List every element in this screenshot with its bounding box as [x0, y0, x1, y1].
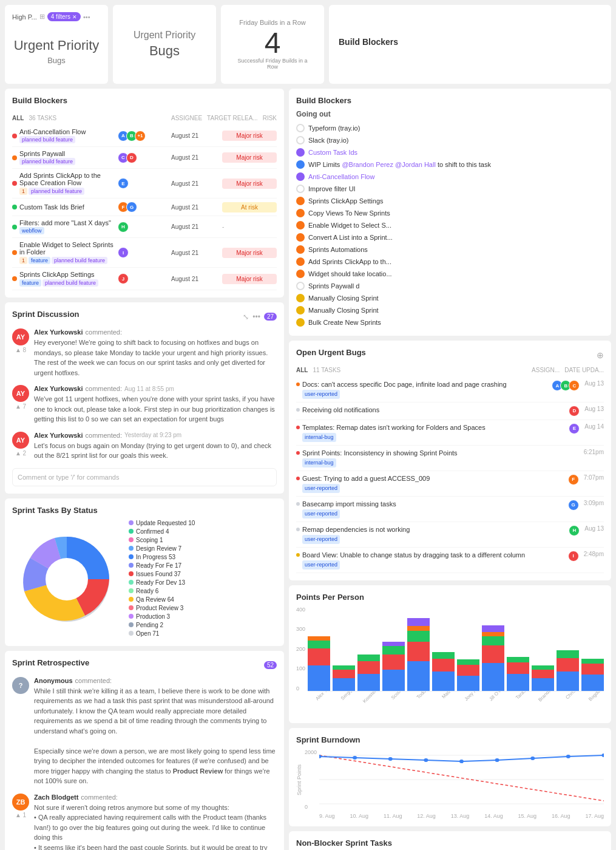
- task-tag: feature: [29, 257, 50, 264]
- bug-dot: [296, 426, 300, 429]
- card1-title: Urgent Priority: [14, 38, 100, 53]
- list-item[interactable]: Convert A List into a Sprint...: [296, 231, 604, 243]
- bug-dot: [296, 502, 300, 506]
- friday-builds-subtitle: Successful Friday Builds in a Row: [236, 58, 309, 70]
- list-item[interactable]: Add Sprints ClickApp to th...: [296, 256, 604, 268]
- svg-point-8: [388, 757, 393, 761]
- message-text: Let's focus on bugs again on Monday (try…: [34, 441, 277, 461]
- build-blockers-section: Build Blockers ALL 36 TASKS ASSIGNEE TAR…: [5, 89, 284, 298]
- bug-row[interactable]: Templates: Remap dates isn't working for…: [296, 420, 604, 446]
- expand-icon[interactable]: ⊞: [39, 13, 45, 21]
- list-item[interactable]: Improve filter UI: [296, 183, 604, 195]
- check-circle-orange: [296, 197, 305, 205]
- item-text: Typeform (tray.io): [308, 124, 360, 132]
- urgent-bugs-label: Bugs: [149, 43, 180, 59]
- target-date: August 21: [171, 204, 220, 211]
- target-date: August 21: [171, 276, 220, 282]
- bug-row[interactable]: Board View: Unable to change status by d…: [296, 548, 604, 573]
- item-text: Add Sprints ClickApp to th...: [308, 258, 391, 265]
- list-item[interactable]: Widget should take locatio...: [296, 268, 604, 280]
- item-text: Enable Widget to Select S...: [308, 222, 391, 229]
- comment-input[interactable]: Comment or type '/' for commands: [12, 468, 277, 486]
- list-item[interactable]: Typeform (tray.io): [296, 122, 604, 134]
- check-circle: [296, 124, 305, 132]
- status-dot: [12, 225, 17, 229]
- pie-chart: [12, 525, 121, 634]
- risk-badge: Major risk: [222, 248, 277, 258]
- card1-subtitle: Bugs: [47, 56, 66, 65]
- sprint-discussion-title: Sprint Discussion: [12, 310, 80, 319]
- table-row[interactable]: Filters: add more "Last X days" webflow …: [12, 216, 277, 238]
- bug-tag: internal-bug: [302, 458, 336, 467]
- target-date: August 21: [171, 250, 220, 256]
- bug-row[interactable]: Receiving old notifications D Aug 13: [296, 403, 604, 420]
- list-item[interactable]: Copy Views To New Sprints: [296, 207, 604, 219]
- add-bug-icon[interactable]: ⊕: [597, 350, 604, 360]
- friday-builds-label: Friday Builds in a Row: [239, 19, 305, 26]
- item-text: Widget should take locatio...: [308, 270, 392, 277]
- list-item[interactable]: Slack (tray.io): [296, 134, 604, 146]
- sprint-discussion-card: Sprint Discussion ⤡ ••• 27 AY ▲ 8: [5, 302, 284, 494]
- check-circle: [296, 282, 305, 290]
- bug-tag: internal-bug: [302, 433, 336, 442]
- item-text: Sprints ClickApp Settings: [308, 197, 384, 205]
- table-row[interactable]: Sprints Paywall planned build feature C …: [12, 147, 277, 169]
- target-date: August 21: [171, 180, 220, 187]
- retro-author: Anonymous: [34, 677, 73, 684]
- close-icon[interactable]: ✕: [72, 14, 77, 20]
- list-item[interactable]: Anti-Cancellation Flow: [296, 171, 604, 183]
- list-item[interactable]: Enable Widget to Select S...: [296, 219, 604, 231]
- svg-point-14: [601, 753, 604, 757]
- sprint-burndown-card: Sprint Burndown Sprint Points 2000 0: [289, 728, 611, 826]
- going-out-title: Build Blockers: [296, 96, 604, 105]
- sprint-tasks-title: Sprint Tasks By Status: [12, 506, 277, 515]
- card2-title: Urgent Priority: [134, 30, 195, 41]
- table-row[interactable]: Anti-Cancellation Flow planned build fea…: [12, 125, 277, 147]
- bug-row[interactable]: Docs: can't access specific Doc page, in…: [296, 377, 604, 403]
- item-text: Custom Task Ids: [308, 149, 357, 156]
- bug-title: Templates: Remap dates isn't working for…: [302, 424, 486, 431]
- retro-action: commented:: [75, 677, 112, 684]
- task-tag: feature: [19, 279, 41, 287]
- list-item[interactable]: Sprints ClickApp Settings: [296, 195, 604, 207]
- list-item[interactable]: WIP Limits @Brandon Perez @Jordan Hall t…: [296, 158, 604, 171]
- notification-badge: 27: [264, 313, 277, 321]
- check-circle-filled: [296, 160, 305, 169]
- bug-title: Board View: Unable to change status by d…: [302, 551, 525, 559]
- retro-message-block: ? Anonymous commented: While I still thi…: [12, 677, 277, 786]
- bug-row[interactable]: Guest: Trying to add a guest ACCESS_009 …: [296, 471, 604, 497]
- table-row[interactable]: Enable Widget to Select Sprints in Folde…: [12, 238, 277, 268]
- task-title: Custom Task Ids Brief: [19, 203, 84, 211]
- bug-row[interactable]: Sprint Points: Inconsistency in showing …: [296, 446, 604, 471]
- all-label[interactable]: ALL: [12, 115, 24, 121]
- list-item[interactable]: Custom Task Ids: [296, 146, 604, 158]
- expand-icon[interactable]: ⤡: [243, 313, 249, 321]
- item-text: Anti-Cancellation Flow: [308, 173, 374, 180]
- more-icon[interactable]: •••: [252, 313, 260, 321]
- table-row[interactable]: Sprints ClickApp Settings feature planne…: [12, 268, 277, 290]
- bug-dot: [296, 528, 300, 531]
- item-text: Manually Closing Sprint: [308, 307, 379, 314]
- list-item[interactable]: Sprints Paywall d: [296, 280, 604, 292]
- bug-title: Remap dependencies is not working: [302, 526, 410, 533]
- bug-row[interactable]: Remap dependencies is not working user-r…: [296, 522, 604, 548]
- more-icon[interactable]: •••: [83, 13, 90, 21]
- check-circle: [296, 136, 305, 144]
- friday-builds-number: 4: [265, 29, 281, 58]
- status-dot: [12, 250, 17, 255]
- table-row[interactable]: Custom Task Ids Brief F G August 21 At r…: [12, 199, 277, 216]
- build-blockers-title: Build Blockers: [12, 96, 67, 105]
- list-item[interactable]: Sprints Automations: [296, 243, 604, 256]
- bug-row[interactable]: Basecamp import missing tasks user-repor…: [296, 497, 604, 522]
- all-label[interactable]: ALL: [296, 367, 308, 373]
- bug-date: Aug 13: [584, 406, 604, 412]
- list-item[interactable]: Bulk Create New Sprints: [296, 316, 604, 328]
- list-item[interactable]: Manually Closing Sprint: [296, 304, 604, 316]
- table-row[interactable]: Add Sprints ClickApp to the Space Creati…: [12, 169, 277, 199]
- item-text: Slack (tray.io): [308, 137, 348, 144]
- list-item[interactable]: Manually Closing Sprint: [296, 292, 604, 304]
- message-text: We've got 11 urgent hotfixes, when you'r…: [34, 394, 277, 424]
- bug-date: Aug 13: [584, 380, 604, 387]
- filter-badge[interactable]: 4 filters ✕: [47, 12, 81, 21]
- check-circle-orange: [296, 209, 305, 217]
